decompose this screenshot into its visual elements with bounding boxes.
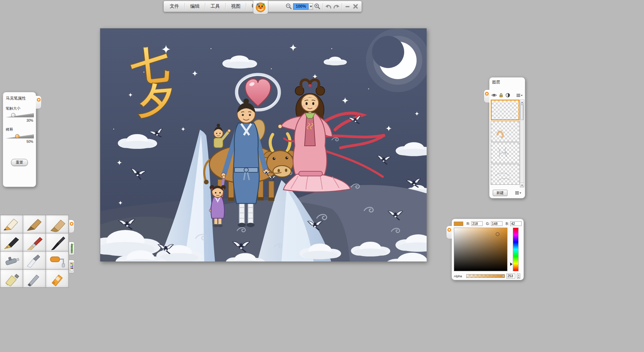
paint-roller-icon [47,253,67,268]
pencil-icon [2,217,22,232]
eye-icon[interactable] [491,93,497,97]
layer-item-3[interactable] [491,142,520,163]
layers-scrollbar[interactable]: ▲ ▼ [520,100,524,187]
layer-controls-row [489,93,525,98]
zoom-dropdown-button[interactable] [309,3,313,10]
tool-paint-tube[interactable] [0,269,23,288]
layers-footer: 新建 [489,190,525,196]
charcoal-stick-icon [24,271,45,286]
brush-size-value: 30% [6,119,33,122]
bamboo-icon [70,243,74,254]
tool-ink-brush[interactable] [46,233,69,251]
g-input[interactable] [491,221,502,226]
g-label: G: [486,222,490,226]
toolbar-divider [205,3,205,10]
bamboo-brush-tab[interactable] [69,242,74,255]
layer-options-icon[interactable] [515,191,522,195]
canvas-artwork[interactable]: 七 夕 [100,28,427,261]
menu-edit[interactable]: 编辑 [186,2,204,11]
dilution-slider-handle[interactable] [15,134,19,138]
menu-file[interactable]: 文件 [166,2,183,11]
tool-fountain-pen[interactable] [0,233,23,251]
toolbar-divider [342,3,342,10]
alpha-spinner[interactable]: ▲ ▼ [517,274,520,279]
undo-button[interactable] [324,2,332,11]
scrollbar-thumb[interactable] [521,105,524,120]
crayon-icon [47,271,67,286]
hue-strip[interactable] [513,228,519,271]
saturation-value-field[interactable] [454,228,507,271]
close-icon [353,4,358,9]
tool-paint-roller[interactable] [46,251,69,270]
app-ring-icon [447,228,451,232]
layer-item-1[interactable] [491,100,520,120]
zoom-out-button[interactable] [285,2,293,11]
tool-palette-knife[interactable] [23,251,46,270]
layer-3-thumbnail [491,143,519,163]
undo-arrow-icon [325,3,332,9]
drawing-canvas[interactable]: 七 夕 [100,28,426,261]
pen-nib-icon [24,217,45,232]
tool-paint-brush[interactable] [23,233,46,251]
layer-item-4[interactable] [491,164,520,185]
layer-menu-icon[interactable] [516,93,523,98]
alpha-fill [467,275,504,278]
magnifier-minus-icon [285,3,292,10]
current-color-swatch[interactable] [454,222,463,226]
brush-size-label: 笔触大小 [6,106,33,111]
close-button[interactable] [352,2,360,11]
menu-tools[interactable]: 工具 [207,2,224,11]
b-label: B: [506,222,509,226]
app-logo-tab[interactable] [253,0,268,14]
magnifier-plus-icon [314,3,321,10]
scroll-down-arrow[interactable]: ▼ [520,183,524,187]
color-picker-panel: R: G: B: Alpha ▲ ▼ [451,219,524,280]
toolbar-divider [225,3,226,10]
r-label: R: [467,222,470,226]
tool-pencil[interactable] [0,215,23,233]
hue-marker-icon[interactable] [510,262,513,266]
layer-4-thumbnail [491,164,519,184]
zoom-level-input[interactable] [293,3,309,10]
panel-drag-handle[interactable] [484,90,489,103]
menu-view[interactable]: 视图 [227,2,245,11]
reset-button[interactable]: 重置 [11,159,28,166]
tool-pen-nib[interactable] [23,215,46,233]
brush-size-slider[interactable] [6,112,34,118]
new-layer-button[interactable]: 新建 [493,190,507,196]
scroll-up-arrow[interactable]: ▲ [520,100,524,104]
spinner-down-icon[interactable]: ▼ [517,276,520,279]
redo-button[interactable] [332,2,340,11]
panel-drag-handle[interactable] [36,96,42,109]
toolbar-divider [323,3,323,10]
airbrush-icon [2,253,22,268]
lock-icon[interactable] [499,93,503,98]
tool-marker[interactable] [46,215,69,233]
dilution-label: 稀释 [6,127,33,132]
ink-brush-icon [47,235,67,250]
contrast-icon[interactable] [505,93,510,98]
slider-wedge [6,112,34,118]
layers-panel: 图层 [489,77,525,198]
dilution-slider[interactable] [6,133,34,139]
alpha-slider[interactable] [466,274,505,278]
zoom-in-button[interactable] [313,2,321,11]
color-chart-tab[interactable] [69,260,74,273]
r-input[interactable] [471,221,483,226]
tool-crayon[interactable] [46,269,69,288]
alpha-slider-handle[interactable] [502,275,504,278]
palette-drag-handle[interactable] [69,220,74,233]
minimize-button[interactable] [343,2,352,11]
panel-drag-handle[interactable] [446,226,452,239]
layer-item-2[interactable] [491,121,520,142]
b-input[interactable] [510,221,522,226]
marker-icon [47,217,67,232]
toolbar-divider [246,3,246,10]
palette-knife-icon [24,253,45,268]
tool-airbrush[interactable] [0,251,23,270]
swatch-grid-icon [70,261,74,272]
tool-charcoal[interactable] [23,269,46,288]
alpha-input[interactable] [506,274,515,279]
color-picker-cursor[interactable] [496,232,499,236]
brush-size-slider-handle[interactable] [11,113,15,117]
